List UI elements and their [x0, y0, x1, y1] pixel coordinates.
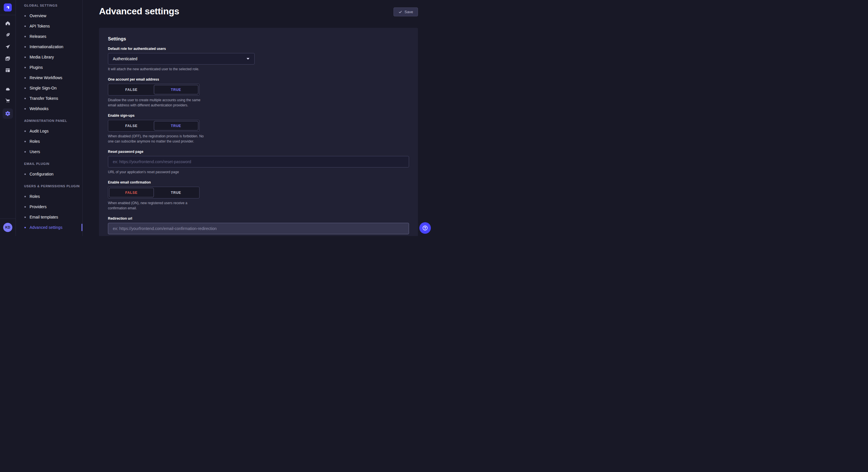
section-title: ADMINISTRATION PANEL — [16, 119, 82, 123]
bullet-icon — [24, 36, 26, 37]
save-button[interactable]: Save — [394, 7, 418, 16]
check-icon — [398, 10, 402, 14]
sidebar-item-review-workflows[interactable]: Review Workflows — [16, 72, 82, 83]
field-enable-email-confirmation: Enable email confirmation FALSE TRUE Whe… — [108, 180, 409, 211]
main-icon-rail: KD — [0, 0, 16, 236]
toggle-false-option[interactable]: FALSE — [109, 85, 154, 94]
strapi-admin-app: KD GLOBAL SETTINGS Overview API Tokens R… — [0, 0, 434, 236]
bullet-icon — [24, 151, 26, 153]
sidebar-item-internationalization[interactable]: Internationalization — [16, 42, 82, 52]
toggle-false-option[interactable]: FALSE — [109, 188, 154, 197]
field-one-account-per-email: One account per email address FALSE TRUE… — [108, 77, 409, 108]
sidebar-item-advanced-settings[interactable]: Advanced settings — [16, 222, 82, 233]
bullet-icon — [24, 196, 26, 197]
settings-gear-icon[interactable] — [3, 108, 13, 119]
bullet-icon — [24, 173, 26, 175]
sidebar-item-up-roles[interactable]: Roles — [16, 191, 82, 202]
bullet-icon — [24, 216, 26, 218]
sidebar-item-webhooks[interactable]: Webhooks — [16, 103, 82, 114]
section-title: GLOBAL SETTINGS — [16, 4, 82, 7]
sidebar-item-releases[interactable]: Releases — [16, 31, 82, 42]
layout-icon[interactable] — [3, 66, 13, 74]
user-avatar[interactable]: KD — [3, 223, 12, 232]
sidebar-item-admin-roles[interactable]: Roles — [16, 136, 82, 146]
bullet-icon — [24, 77, 26, 78]
bullet-icon — [24, 206, 26, 208]
marketplace-cart-icon[interactable] — [3, 97, 13, 105]
bullet-icon — [24, 108, 26, 109]
strapi-logo-icon — [5, 5, 10, 10]
bullet-icon — [24, 131, 26, 132]
field-hint: When enabled (ON), new registered users … — [108, 201, 207, 211]
section-administration-panel: ADMINISTRATION PANEL Audit Logs Roles Us… — [16, 119, 82, 157]
sidebar-item-providers[interactable]: Providers — [16, 202, 82, 212]
bullet-icon — [24, 15, 26, 16]
section-title: USERS & PERMISSIONS PLUGIN — [16, 184, 82, 188]
field-label: One account per email address — [108, 77, 409, 81]
bullet-icon — [24, 88, 26, 89]
media-library-icon[interactable] — [3, 55, 13, 63]
bullet-icon — [24, 67, 26, 68]
field-default-role: Default role for authenticated users Aut… — [108, 47, 409, 72]
sidebar-item-single-sign-on[interactable]: Single Sign-On — [16, 83, 82, 93]
rail-bottom-divider — [0, 218, 16, 219]
bullet-icon — [24, 141, 26, 142]
field-label: Default role for authenticated users — [108, 47, 409, 51]
paper-plane-icon[interactable] — [3, 43, 13, 51]
bullet-icon — [24, 46, 26, 47]
bullet-icon — [24, 98, 26, 99]
help-button[interactable] — [420, 222, 431, 234]
settings-sidebar: GLOBAL SETTINGS Overview API Tokens Rele… — [16, 0, 83, 236]
sidebar-item-overview[interactable]: Overview — [16, 11, 82, 21]
settings-card: Settings Default role for authenticated … — [99, 28, 418, 236]
bullet-icon — [24, 57, 26, 58]
reset-password-input[interactable] — [108, 156, 409, 167]
content-builder-feather-icon[interactable] — [3, 31, 13, 39]
section-users-permissions-plugin: USERS & PERMISSIONS PLUGIN Roles Provide… — [16, 184, 82, 233]
sidebar-item-transfer-tokens[interactable]: Transfer Tokens — [16, 93, 82, 103]
section-email-plugin: EMAIL PLUGIN Configuration — [16, 162, 82, 179]
sidebar-item-email-configuration[interactable]: Configuration — [16, 169, 82, 179]
toggle-true-option[interactable]: TRUE — [154, 121, 198, 131]
field-label: Redirection url — [108, 216, 409, 221]
sidebar-item-media-library[interactable]: Media Library — [16, 52, 82, 62]
one-account-toggle: FALSE TRUE — [108, 84, 199, 96]
sidebar-item-audit-logs[interactable]: Audit Logs — [16, 126, 82, 136]
sidebar-item-email-templates[interactable]: Email templates — [16, 212, 82, 222]
field-hint: It will attach the new authenticated use… — [108, 67, 409, 72]
sidebar-item-admin-users[interactable]: Users — [16, 146, 82, 157]
email-confirmation-toggle: FALSE TRUE — [108, 187, 199, 198]
sign-ups-toggle: FALSE TRUE — [108, 120, 199, 132]
page-title: Advanced settings — [99, 6, 179, 16]
field-label: Enable sign-ups — [108, 113, 409, 117]
field-enable-sign-ups: Enable sign-ups FALSE TRUE When disabled… — [108, 113, 409, 144]
settings-heading: Settings — [108, 36, 409, 42]
home-icon[interactable] — [3, 19, 13, 27]
field-reset-password-page: Reset password page URL of your applicat… — [108, 150, 409, 175]
field-hint: Disallow the user to create multiple acc… — [108, 98, 207, 108]
active-indicator — [82, 224, 82, 231]
bullet-icon — [24, 227, 26, 228]
default-role-select[interactable]: Authenticated — [108, 53, 255, 65]
question-mark-icon — [422, 225, 428, 231]
toggle-true-option[interactable]: TRUE — [154, 85, 198, 94]
field-label: Reset password page — [108, 150, 409, 154]
cloud-icon[interactable] — [3, 85, 13, 93]
field-hint: URL of your application's reset password… — [108, 170, 409, 175]
chevron-down-icon — [246, 58, 250, 60]
section-title: EMAIL PLUGIN — [16, 162, 82, 165]
field-redirection-url: Redirection url — [108, 216, 409, 234]
main-content: Advanced settings Save Settings Default … — [83, 0, 434, 236]
field-hint: When disabled (OFF), the registration pr… — [108, 134, 207, 144]
redirection-url-input[interactable] — [108, 223, 409, 234]
sidebar-item-plugins[interactable]: Plugins — [16, 62, 82, 72]
sidebar-item-api-tokens[interactable]: API Tokens — [16, 21, 82, 31]
field-label: Enable email confirmation — [108, 180, 409, 184]
strapi-logo[interactable] — [4, 3, 12, 11]
section-global-settings: GLOBAL SETTINGS Overview API Tokens Rele… — [16, 4, 82, 114]
toggle-false-option[interactable]: FALSE — [109, 121, 154, 131]
toggle-true-option[interactable]: TRUE — [154, 188, 198, 197]
bullet-icon — [24, 26, 26, 27]
